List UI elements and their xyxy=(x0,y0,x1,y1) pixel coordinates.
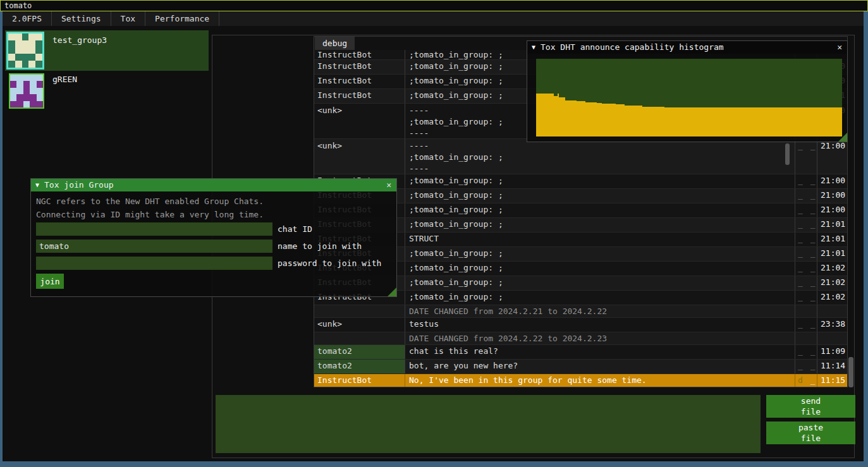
send-file-button[interactable]: send file xyxy=(766,395,855,418)
flag-1: _ xyxy=(798,190,804,200)
chat-message-text: ;tomato_in_group: ; xyxy=(405,291,795,305)
join-button[interactable]: join xyxy=(36,274,64,289)
chat-delivery-flags: _ _ xyxy=(795,203,817,217)
flag-2: _ xyxy=(810,346,817,356)
chat-timestamp: 21:00 xyxy=(817,139,847,174)
close-icon[interactable]: ✕ xyxy=(837,41,842,54)
menu-item-tox[interactable]: Tox xyxy=(111,11,145,26)
app-title-bar[interactable]: tomato xyxy=(0,0,868,11)
collapse-arrow-icon[interactable]: ▼ xyxy=(532,41,535,54)
flag-2: _ xyxy=(810,292,817,301)
chat-timestamp: 11:15 xyxy=(817,374,847,387)
menu-item-2.0fps: 2.0FPS xyxy=(3,11,52,26)
chat-delivery-flags: _ _ xyxy=(795,247,817,261)
avatar-pixel xyxy=(37,101,43,107)
chat-row[interactable]: <unk>testus_ _23:38 xyxy=(314,318,847,332)
menu-bar: 2.0FPSSettingsToxPerformance xyxy=(3,11,864,26)
chat-message-text: DATE CHANGED from 2024.2.21 to 2024.2.22 xyxy=(405,305,795,317)
avatar-pixel xyxy=(30,88,36,94)
message-input[interactable] xyxy=(216,395,761,453)
avatar-pixel xyxy=(30,94,36,100)
avatar-pixel xyxy=(37,75,43,81)
menu-item-settings[interactable]: Settings xyxy=(52,11,111,26)
tab-debug[interactable]: debug xyxy=(315,37,355,50)
avatar-pixel xyxy=(16,94,23,100)
chat-row[interactable]: <unk>---- ;tomato_in_group: ; ----_ _21:… xyxy=(314,139,847,174)
chat-delivery-flags: _ _ xyxy=(795,174,817,188)
avatar-pixel xyxy=(35,47,42,54)
avatar-pixel xyxy=(22,47,29,54)
join-field-name-to-join-with[interactable] xyxy=(36,240,272,253)
chat-delivery-flags: _ _ xyxy=(795,291,817,305)
chat-sender-name: <unk> xyxy=(314,104,405,138)
chat-row[interactable]: tomato2chat is this real?_ _11:09 xyxy=(314,345,847,360)
group-name-label: gREEN xyxy=(52,75,77,84)
chat-sender-name: InstructBot xyxy=(314,89,405,103)
menu-item-performance[interactable]: Performance xyxy=(145,11,219,26)
join-field-label: password to join with xyxy=(278,257,381,270)
join-field-password-to-join-with[interactable] xyxy=(36,257,272,270)
join-group-window: ▼ Tox join Group ✕ NGC refers to the New… xyxy=(30,178,397,297)
join-group-title: Tox join Group xyxy=(44,179,114,191)
avatar-pixel xyxy=(15,40,22,47)
chat-scrollbar-thumb[interactable] xyxy=(848,357,853,387)
dht-histogram-plot xyxy=(536,59,842,136)
chat-message-text: ;tomato_in_group: ; xyxy=(405,276,795,290)
avatar-pixel xyxy=(35,40,42,47)
window-border-bottom xyxy=(0,461,868,467)
paste-file-button[interactable]: paste file xyxy=(766,422,855,444)
avatar-pixel xyxy=(23,81,30,87)
avatar-pixel xyxy=(15,54,22,61)
chat-timestamp: 21:00 xyxy=(817,174,847,188)
join-group-titlebar[interactable]: ▼ Tox join Group ✕ xyxy=(31,179,396,191)
chat-message-text: ;tomato_in_group: ; xyxy=(405,174,795,188)
dht-histogram-title: Tox DHT announce capability histogram xyxy=(541,41,724,54)
avatar-pixel xyxy=(8,33,15,40)
avatar-pixel xyxy=(28,40,35,47)
histogram-bin xyxy=(577,101,585,136)
histogram-bin xyxy=(625,106,642,136)
histogram-bin xyxy=(536,94,554,136)
join-field-label: chat ID xyxy=(278,222,312,236)
window-border-right xyxy=(864,11,868,467)
histogram-bin xyxy=(585,102,597,136)
flag-2: _ xyxy=(810,361,817,370)
flag-2: _ xyxy=(810,141,817,150)
chat-row[interactable]: DATE CHANGED from 2024.2.21 to 2024.2.22 xyxy=(314,305,847,318)
chat-timestamp: 23:38 xyxy=(817,318,847,332)
resize-grip[interactable] xyxy=(388,288,396,296)
avatar-pixel xyxy=(30,101,36,107)
group-avatar xyxy=(9,73,44,109)
dht-histogram-titlebar[interactable]: ▼ Tox DHT announce capability histogram … xyxy=(527,41,847,54)
chat-delivery-flags: _ _ xyxy=(795,139,817,174)
chat-row[interactable]: tomato2bot, are you new here?_ _11:14 xyxy=(314,360,847,374)
join-field-label: name to join with xyxy=(278,240,362,253)
avatar-pixel xyxy=(37,94,43,100)
chat-row[interactable]: InstructBotNo, I've been in this group f… xyxy=(314,374,847,387)
join-field-chat-ID[interactable] xyxy=(36,222,272,236)
chat-delivery-flags: d _ xyxy=(795,374,817,387)
chat-delivery-flags: _ _ xyxy=(795,218,817,232)
inner-scrollbar-thumb[interactable] xyxy=(785,143,790,165)
chat-delivery-flags xyxy=(795,332,817,344)
chat-delivery-flags: _ _ xyxy=(795,276,817,290)
chat-message-text: bot, are you new here? xyxy=(405,360,795,373)
chat-sender-name: <unk> xyxy=(314,139,405,174)
chat-message-text: testus xyxy=(405,318,795,332)
avatar-pixel xyxy=(10,81,16,87)
flag-2: _ xyxy=(810,219,817,229)
chat-timestamp: 11:09 xyxy=(817,345,847,359)
chat-row[interactable]: DATE CHANGED from 2024.2.22 to 2024.2.23 xyxy=(314,332,847,345)
group-name-label: test_group3 xyxy=(52,35,107,45)
avatar-pixel xyxy=(22,54,29,61)
avatar-pixel xyxy=(30,81,36,87)
histogram-bin xyxy=(616,104,625,136)
avatar-pixel xyxy=(30,75,36,81)
collapse-arrow-icon[interactable]: ▼ xyxy=(35,179,39,191)
chat-delivery-flags: _ _ xyxy=(795,189,817,203)
chat-timestamp: 11:14 xyxy=(817,360,847,373)
avatar-pixel xyxy=(16,81,23,87)
chat-message-text: ;tomato_in_group: ; xyxy=(405,262,795,276)
close-icon[interactable]: ✕ xyxy=(386,179,391,191)
chat-message-text: STRUCT xyxy=(405,233,795,246)
